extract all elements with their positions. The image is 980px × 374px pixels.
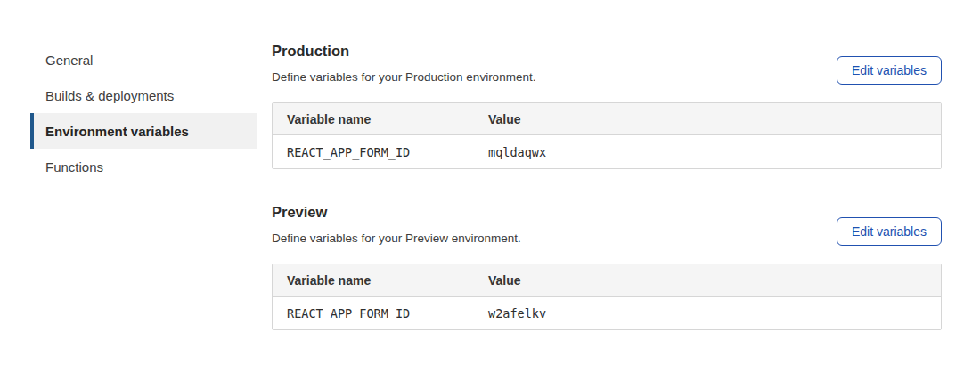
variable-value-cell: w2afelkv <box>488 306 941 321</box>
edit-variables-button-preview[interactable]: Edit variables <box>837 217 942 246</box>
variable-name-cell: REACT_APP_FORM_ID <box>273 145 488 159</box>
table-header-row: Variable name Value <box>273 264 941 297</box>
column-header-variable-name: Variable name <box>273 273 488 288</box>
column-header-value: Value <box>488 112 941 126</box>
preview-section-header: Preview Define variables for your Previe… <box>272 203 942 246</box>
section-title: Production <box>272 42 535 60</box>
edit-variables-button-production[interactable]: Edit variables <box>837 56 942 85</box>
section-description: Define variables for your Preview enviro… <box>272 232 521 246</box>
section-description: Define variables for your Production env… <box>272 70 535 85</box>
sidebar-item-label: Environment variables <box>45 124 189 139</box>
section-title: Preview <box>272 203 521 221</box>
preview-section-text: Preview Define variables for your Previe… <box>272 203 521 246</box>
sidebar-item-environment-variables[interactable]: Environment variables <box>30 113 257 149</box>
production-variables-table: Variable name Value REACT_APP_FORM_ID mq… <box>272 102 942 169</box>
settings-page: General Builds & deployments Environment… <box>0 0 980 330</box>
table-row: REACT_APP_FORM_ID w2afelkv <box>273 297 941 329</box>
sidebar-item-functions[interactable]: Functions <box>30 149 257 184</box>
production-section-header: Production Define variables for your Pro… <box>272 42 942 85</box>
table-row: REACT_APP_FORM_ID mqldaqwx <box>273 135 941 168</box>
column-header-value: Value <box>488 273 941 288</box>
preview-section: Preview Define variables for your Previe… <box>272 203 942 330</box>
table-header-row: Variable name Value <box>273 103 941 135</box>
environment-variables-panel: Production Define variables for your Pro… <box>272 42 942 330</box>
sidebar-item-label: Functions <box>45 159 103 175</box>
sidebar-item-label: Builds & deployments <box>45 88 174 103</box>
variable-value-cell: mqldaqwx <box>488 145 941 159</box>
preview-variables-table: Variable name Value REACT_APP_FORM_ID w2… <box>272 264 942 330</box>
sidebar-item-general[interactable]: General <box>30 42 257 77</box>
settings-sidebar: General Builds & deployments Environment… <box>30 42 257 184</box>
column-header-variable-name: Variable name <box>273 112 488 126</box>
sidebar-item-label: General <box>45 53 93 68</box>
production-section-text: Production Define variables for your Pro… <box>272 42 535 85</box>
variable-name-cell: REACT_APP_FORM_ID <box>273 306 488 321</box>
production-section: Production Define variables for your Pro… <box>272 42 942 169</box>
sidebar-item-builds-deployments[interactable]: Builds & deployments <box>30 77 257 113</box>
